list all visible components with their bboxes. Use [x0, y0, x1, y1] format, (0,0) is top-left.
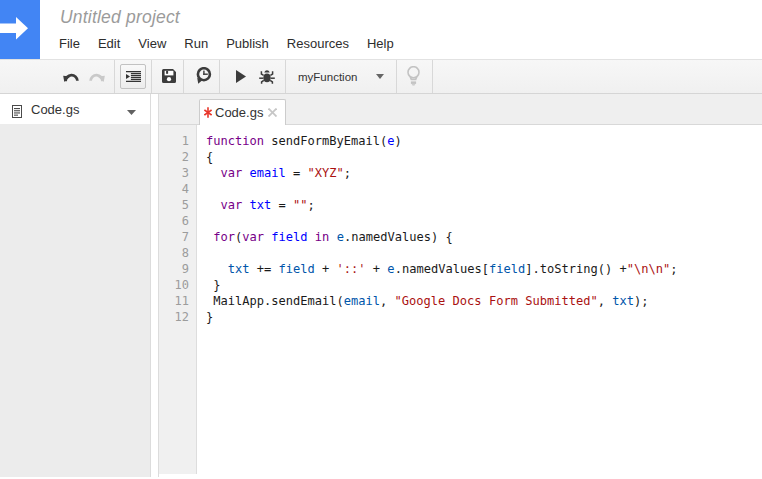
undo-icon [63, 72, 79, 82]
code-line: var email = "XYZ"; [206, 165, 762, 181]
toolbar-spacer [0, 60, 58, 93]
line-number: 5 [159, 197, 196, 213]
run-button[interactable] [228, 70, 254, 83]
redo-icon [89, 72, 105, 82]
line-number: 11 [159, 293, 196, 309]
code-line [206, 181, 762, 197]
indent-button-wrap [115, 60, 151, 93]
code-line [206, 213, 762, 229]
code-line: { [206, 149, 762, 165]
menu-run[interactable]: Run [175, 35, 217, 52]
function-selector[interactable]: myFunction [286, 60, 396, 93]
undo-button[interactable] [58, 60, 84, 93]
menu-help[interactable]: Help [358, 35, 403, 52]
debug-button[interactable] [254, 69, 280, 84]
menu-view[interactable]: View [129, 35, 175, 52]
menu-file[interactable]: File [50, 35, 89, 52]
code-line: for(var field in e.namedValues) { [206, 229, 762, 245]
main-area: Code.gs Code.gs [0, 94, 762, 477]
caret-down-icon [376, 74, 384, 79]
line-number: 6 [159, 213, 196, 229]
document-icon [12, 105, 22, 118]
line-number: 1 [159, 133, 196, 149]
close-x-icon [268, 108, 277, 117]
line-number: 4 [159, 181, 196, 197]
triggers-clock-icon [196, 67, 212, 84]
menu-edit[interactable]: Edit [89, 35, 129, 52]
code-editor[interactable]: 123456789101112 function sendFormByEmail… [159, 125, 762, 474]
save-button[interactable] [152, 60, 183, 93]
line-number: 2 [159, 149, 196, 165]
code-line: var txt = ""; [206, 197, 762, 213]
files-sidebar: Code.gs [0, 94, 151, 477]
arrow-right-icon [0, 0, 40, 59]
indent-icon [126, 71, 141, 82]
tab-label: Code.gs [215, 105, 263, 120]
menu-publish[interactable]: Publish [217, 35, 278, 52]
menu-resources[interactable]: Resources [278, 35, 358, 52]
debug-bug-icon [259, 69, 275, 84]
lightbulb-icon [407, 66, 420, 87]
code-line: MailApp.sendEmail(email, "Google Docs Fo… [206, 293, 762, 309]
redo-button[interactable] [84, 60, 110, 93]
apps-script-editor-window: Untitled project FileEditViewRunPublishR… [0, 0, 762, 479]
line-number: 12 [159, 309, 196, 325]
tab-close-button[interactable] [268, 108, 277, 117]
menu-bar: FileEditViewRunPublishResourcesHelp [50, 35, 403, 52]
toolbar-separator [432, 60, 433, 93]
code-line: txt += field + '::' + e.namedValues[fiel… [206, 261, 762, 277]
caret-down-icon[interactable] [127, 110, 136, 115]
line-number: 8 [159, 245, 196, 261]
project-title[interactable]: Untitled project [60, 7, 180, 28]
run-debug-group [220, 60, 285, 93]
header: Untitled project FileEditViewRunPublishR… [0, 0, 762, 59]
tab-bar: Code.gs [159, 94, 762, 125]
line-number: 10 [159, 277, 196, 293]
tab-code-gs[interactable]: Code.gs [199, 99, 286, 125]
save-icon [162, 69, 176, 83]
editor-pane: Code.gs 123456789101112 function sendFor… [158, 94, 762, 477]
toolbar: myFunction [0, 59, 762, 94]
indent-button[interactable] [120, 64, 146, 89]
code-line: function sendFormByEmail(e) [206, 133, 762, 149]
line-number: 3 [159, 165, 196, 181]
code-line: } [206, 309, 762, 325]
run-play-icon [236, 70, 246, 83]
line-number-gutter: 123456789101112 [159, 125, 197, 474]
code-line: } [206, 277, 762, 293]
code-content[interactable]: function sendFormByEmail(e){ var email =… [197, 125, 762, 474]
hints-button[interactable] [397, 60, 432, 93]
triggers-button[interactable] [184, 60, 219, 93]
apps-script-logo[interactable] [0, 0, 40, 59]
code-line [206, 245, 762, 261]
line-number: 7 [159, 229, 196, 245]
function-selector-value: myFunction [298, 71, 357, 83]
sidebar-file-code-gs[interactable]: Code.gs [0, 94, 150, 124]
unsaved-asterisk-icon [204, 107, 212, 118]
file-name: Code.gs [31, 102, 79, 117]
line-number: 9 [159, 261, 196, 277]
